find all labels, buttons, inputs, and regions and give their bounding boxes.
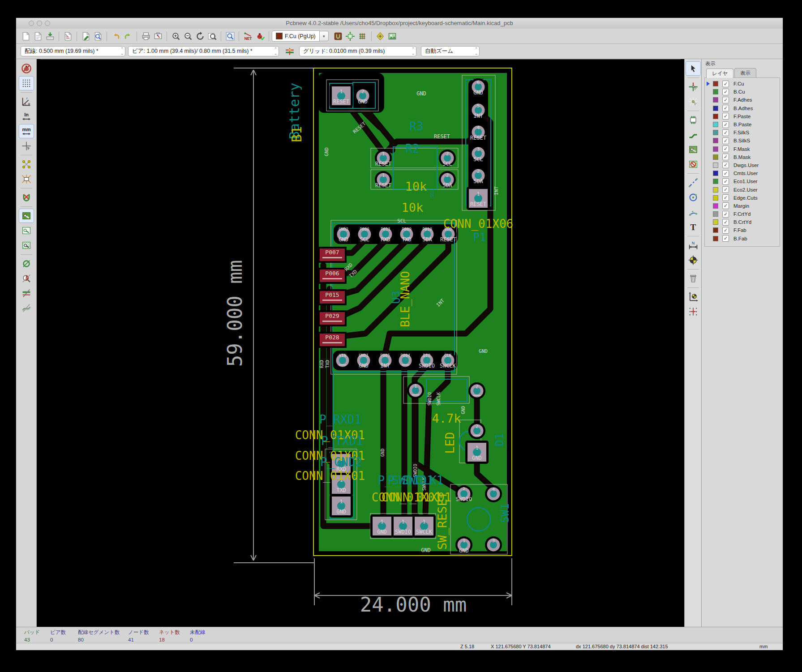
track-width-select[interactable]: 配線: 0.500 mm (19.69 mils) * ⌃⌄ — [21, 46, 125, 56]
layer-row-B.Paste[interactable]: ✓B.Paste — [705, 120, 780, 128]
layer-color-swatch[interactable] — [713, 203, 718, 209]
plot-icon[interactable] — [152, 30, 164, 42]
add-graphic-circle-icon[interactable] — [686, 190, 701, 205]
layer-visibility-checkbox[interactable]: ✓ — [722, 129, 729, 136]
layer-visibility-checkbox[interactable]: ✓ — [722, 105, 729, 111]
layer-row-B.Cu[interactable]: ✓B.Cu — [705, 88, 780, 96]
3d-viewer-icon[interactable] — [386, 30, 399, 42]
layer-color-swatch[interactable] — [713, 227, 718, 233]
new-board-icon[interactable] — [20, 30, 32, 42]
active-layer-select[interactable]: F.Cu (PgUp) — [272, 30, 320, 42]
minimize-button[interactable] — [37, 21, 42, 26]
auto-delete-tracks-icon[interactable] — [19, 190, 34, 205]
layer-color-swatch[interactable] — [713, 236, 718, 241]
title-bar[interactable]: Pcbnew 4.0.2-stable /Users/cho45/Dropbox… — [16, 18, 783, 29]
select-tool-icon[interactable] — [686, 61, 701, 76]
layer-color-swatch[interactable] — [713, 106, 718, 111]
drc-icon[interactable] — [254, 30, 266, 42]
layer-row-B.CrtYd[interactable]: ✓B.CrtYd — [705, 218, 780, 226]
add-dimension-icon[interactable]: N — [686, 238, 701, 253]
via-size-select[interactable]: ビア: 1.00 mm (39.4 mils)/ 0.80 mm (31.5 m… — [128, 46, 279, 56]
layer-pair-toggle-icon[interactable] — [332, 30, 344, 42]
pcb-canvas[interactable]: 1RESET2GND1RESET2SCL1RESET2SDA6GND5INT4R… — [37, 59, 684, 627]
grid-origin-icon[interactable] — [686, 304, 701, 319]
layer-visibility-checkbox[interactable]: ✓ — [722, 121, 729, 128]
units-inch-icon[interactable]: In — [19, 109, 34, 124]
layer-visibility-checkbox[interactable]: ✓ — [722, 178, 729, 185]
layer-select-dropdown-button[interactable]: ▾ — [320, 31, 329, 41]
add-target-icon[interactable] — [686, 253, 701, 267]
layer-row-Dwgs.User[interactable]: ✓Dwgs.User — [705, 161, 780, 169]
zoom-redraw-icon[interactable] — [194, 30, 206, 42]
module-ratsnest-icon[interactable] — [19, 172, 34, 186]
layer-visibility-checkbox[interactable]: ✓ — [722, 227, 729, 234]
layer-row-F.Paste[interactable]: ✓F.Paste — [705, 112, 780, 120]
layer-visibility-checkbox[interactable]: ✓ — [722, 154, 729, 160]
footprint-viewer-icon[interactable] — [92, 30, 104, 42]
open-board-icon[interactable] — [32, 30, 44, 42]
layer-visibility-checkbox[interactable]: ✓ — [722, 97, 729, 103]
layer-visibility-checkbox[interactable]: ✓ — [722, 219, 729, 226]
local-ratsnest-icon[interactable] — [686, 94, 701, 109]
add-keepout-icon[interactable] — [686, 157, 701, 171]
layer-visibility-checkbox[interactable]: ✓ — [722, 202, 729, 209]
drc-off-icon[interactable] — [19, 61, 34, 76]
layers-panel-tab-1[interactable]: 表示 — [734, 68, 756, 77]
find-icon[interactable] — [224, 30, 236, 42]
drill-origin-icon[interactable] — [686, 290, 701, 304]
delete-items-icon[interactable] — [686, 271, 701, 286]
layer-visibility-checkbox[interactable]: ✓ — [722, 81, 729, 87]
zoom-button[interactable] — [45, 21, 50, 26]
ratsnest-show-icon[interactable] — [19, 157, 34, 171]
grid-size-select[interactable]: グリッド: 0.0100 mm (0.39 mils) ⌃⌄ — [299, 46, 416, 56]
layer-visibility-checkbox[interactable]: ✓ — [722, 137, 729, 144]
zoom-level-select[interactable]: 自動ズーム ⌃⌄ — [421, 46, 480, 56]
layer-row-F.Cu[interactable]: ✓F.Cu — [705, 80, 780, 88]
layer-visibility-checkbox[interactable]: ✓ — [722, 170, 729, 177]
layer-row-F.SilkS[interactable]: ✓F.SilkS — [705, 128, 780, 137]
zoom-in-icon[interactable] — [170, 30, 182, 42]
zoom-fit-icon[interactable] — [206, 30, 218, 42]
layer-row-F.Fab[interactable]: ✓F.Fab — [705, 226, 780, 234]
layer-row-B.Fab[interactable]: ✓B.Fab — [705, 235, 780, 243]
layer-color-swatch[interactable] — [713, 114, 718, 119]
routing-mode-icon[interactable] — [356, 30, 369, 42]
add-text-icon[interactable]: T — [686, 220, 701, 234]
layer-visibility-checkbox[interactable]: ✓ — [722, 194, 729, 201]
layer-color-swatch[interactable] — [713, 81, 718, 86]
layer-row-Eco1.User[interactable]: ✓Eco1.User — [705, 177, 780, 185]
layer-row-Cmts.User[interactable]: ✓Cmts.User — [705, 169, 780, 177]
layer-color-swatch[interactable] — [713, 130, 718, 135]
layer-row-F.CrtYd[interactable]: ✓F.CrtYd — [705, 210, 780, 218]
layer-row-B.SilkS[interactable]: ✓B.SilkS — [705, 137, 780, 145]
layer-visibility-checkbox[interactable]: ✓ — [722, 235, 729, 242]
layer-color-swatch[interactable] — [713, 122, 718, 127]
footprint-editor-icon[interactable] — [80, 30, 92, 42]
layer-visibility-checkbox[interactable]: ✓ — [722, 89, 729, 95]
zones-sketch-icon[interactable] — [19, 238, 34, 253]
highlight-net-icon[interactable] — [686, 80, 701, 94]
layer-visibility-checkbox[interactable]: ✓ — [722, 211, 729, 218]
layer-visibility-checkbox[interactable]: ✓ — [722, 146, 729, 152]
layer-color-swatch[interactable] — [713, 138, 718, 143]
microwave-tools-icon[interactable] — [374, 30, 386, 42]
layer-row-Edge.Cuts[interactable]: ✓Edge.Cuts — [705, 194, 780, 202]
add-graphic-arc-icon[interactable] — [686, 205, 701, 219]
undo-icon[interactable] — [110, 30, 122, 42]
layers-panel-tab-0[interactable]: レイヤ — [706, 68, 733, 78]
layer-color-swatch[interactable] — [713, 187, 718, 193]
zoom-out-icon[interactable] — [182, 30, 194, 42]
curved-tracks-icon[interactable] — [19, 301, 34, 315]
layer-row-B.Adhes[interactable]: ✓B.Adhes — [705, 104, 780, 112]
tracks-sketch-icon[interactable] — [19, 286, 34, 300]
units-mm-icon[interactable]: mm — [19, 124, 34, 138]
close-button[interactable] — [29, 21, 34, 26]
layer-color-swatch[interactable] — [713, 89, 718, 94]
add-zone-icon[interactable] — [686, 142, 701, 157]
add-footprint-icon[interactable] — [686, 113, 701, 127]
layer-color-swatch[interactable] — [713, 154, 718, 160]
polar-coords-icon[interactable]: φr — [19, 94, 34, 109]
layer-row-Eco2.User[interactable]: ✓Eco2.User — [705, 185, 780, 193]
layer-row-F.Mask[interactable]: ✓F.Mask — [705, 145, 780, 153]
track-via-size-icon[interactable] — [283, 45, 296, 57]
